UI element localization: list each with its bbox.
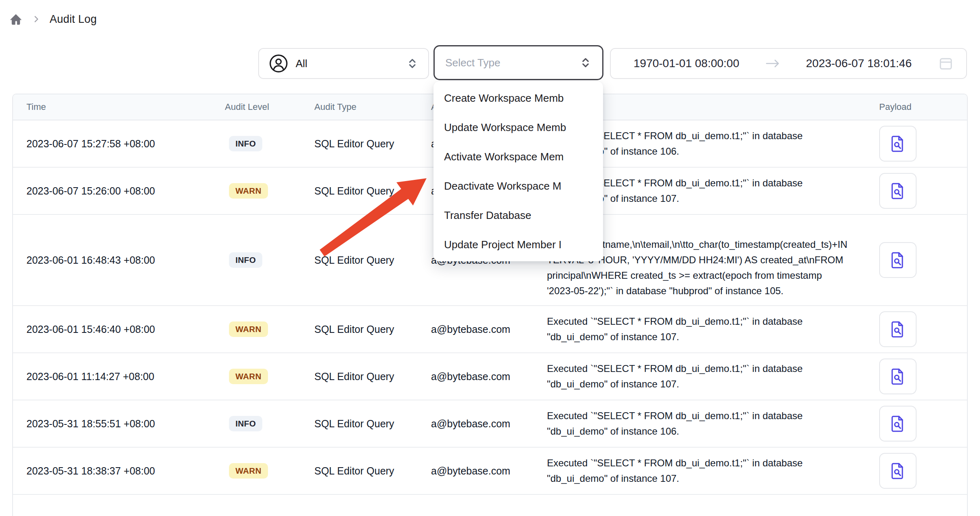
type-menu-item[interactable]: Deactivate Workspace M [433, 171, 603, 201]
person-circle-icon [269, 54, 288, 73]
column-header-type: Audit Type [314, 102, 431, 112]
audit-level-badge: INFO [229, 252, 262, 268]
column-header-payload: Payload [866, 102, 967, 112]
type-filter-select[interactable]: Select Type [433, 45, 603, 80]
audit-type-cell: SQL Editor Query [314, 465, 431, 477]
audit-type-cell: SQL Editor Query [314, 324, 431, 335]
view-payload-button[interactable] [879, 406, 917, 442]
payload-cell [866, 121, 967, 166]
audit-level-badge: WARN [229, 183, 268, 199]
comment-cell: Executed `"SELECT * FROM db_ui_demo.t1;"… [547, 402, 866, 446]
audit-type-cell: SQL Editor Query [314, 254, 431, 266]
audit-level-cell: WARN [225, 183, 314, 199]
comment-cell: Executed `"SELECT * FROM db_ui_demo.t1;"… [547, 307, 866, 351]
column-header-level: Audit Level [225, 102, 314, 112]
breadcrumb-chevron-icon [32, 15, 41, 24]
time-cell: 2023-06-01 15:46:40 +08:00 [13, 324, 225, 335]
view-payload-button[interactable] [879, 453, 917, 489]
time-cell: 2023-05-31 18:55:51 +08:00 [13, 418, 225, 430]
payload-cell [866, 168, 967, 214]
next-row-partial [13, 495, 967, 516]
comment-cell: Executed `"SELECT * FROM db_ui_demo.t1;"… [547, 354, 866, 398]
actor-filter-value: All [296, 57, 307, 70]
arrow-right-icon [765, 58, 780, 69]
type-filter-dropdown-menu: Create Workspace MembUpdate Workspace Me… [433, 81, 603, 261]
column-header-time: Time [13, 102, 225, 112]
time-cell: 2023-06-01 11:14:27 +08:00 [13, 371, 225, 383]
time-cell: 2023-06-07 15:26:00 +08:00 [13, 185, 225, 197]
type-menu-item[interactable]: Update Project Member I [433, 230, 603, 259]
time-cell: 2023-06-07 15:27:58 +08:00 [13, 138, 225, 150]
audit-level-badge: INFO [229, 136, 262, 151]
table-row: 2023-06-01 11:14:27 +08:00 WARN SQL Edit… [13, 353, 967, 400]
audit-level-cell: WARN [225, 463, 314, 479]
date-range-end[interactable]: 2023-06-07 18:01:46 [806, 57, 912, 70]
comment-cell: Executed `"SELECT * FROM db_ui_demo.t1;"… [547, 449, 866, 493]
actor-cell: a@bytebase.com [431, 465, 547, 477]
audit-level-badge: WARN [229, 463, 268, 479]
actor-cell: a@bytebase.com [431, 371, 547, 383]
audit-level-badge: WARN [229, 369, 268, 384]
audit-level-badge: WARN [229, 321, 268, 337]
type-menu-item[interactable]: Update Workspace Memb [433, 113, 603, 142]
audit-level-cell: WARN [225, 321, 314, 337]
payload-cell [866, 448, 967, 494]
breadcrumb: Audit Log [9, 11, 97, 28]
actor-cell: a@bytebase.com [431, 418, 547, 430]
view-payload-button[interactable] [879, 311, 917, 347]
audit-type-cell: SQL Editor Query [314, 185, 431, 197]
audit-level-cell: INFO [225, 136, 314, 151]
updown-chevrons-icon [406, 57, 418, 70]
audit-type-cell: SQL Editor Query [314, 418, 431, 430]
payload-cell [866, 354, 967, 399]
view-payload-button[interactable] [879, 173, 917, 209]
time-cell: 2023-05-31 18:38:37 +08:00 [13, 465, 225, 477]
home-icon[interactable] [9, 12, 23, 26]
audit-type-cell: SQL Editor Query [314, 371, 431, 383]
view-payload-button[interactable] [879, 242, 917, 278]
page-title: Audit Log [50, 13, 97, 26]
type-menu-item[interactable]: Activate Workspace Mem [433, 142, 603, 171]
audit-level-cell: WARN [225, 369, 314, 384]
audit-type-cell: SQL Editor Query [314, 138, 431, 150]
payload-cell [866, 237, 967, 283]
updown-chevrons-icon [579, 57, 592, 69]
date-range-start[interactable]: 1970-01-01 08:00:00 [634, 57, 739, 70]
audit-level-cell: INFO [225, 252, 314, 268]
actor-filter-select[interactable]: All [258, 48, 429, 79]
payload-cell [866, 401, 967, 446]
audit-level-cell: INFO [225, 416, 314, 431]
table-row: 2023-06-01 15:46:40 +08:00 WARN SQL Edit… [13, 306, 967, 353]
date-range-picker[interactable]: 1970-01-01 08:00:00 2023-06-07 18:01:46 [610, 48, 967, 79]
payload-cell [866, 306, 967, 352]
audit-level-badge: INFO [229, 416, 262, 431]
table-row: 2023-05-31 18:38:37 +08:00 WARN SQL Edit… [13, 448, 967, 495]
type-menu-item[interactable]: Transfer Database [433, 201, 603, 230]
type-filter-placeholder: Select Type [445, 57, 500, 69]
calendar-icon[interactable] [938, 55, 954, 72]
type-menu-item[interactable]: Create Workspace Memb [433, 83, 603, 113]
view-payload-button[interactable] [879, 126, 917, 162]
view-payload-button[interactable] [879, 359, 917, 394]
table-row: 2023-05-31 18:55:51 +08:00 INFO SQL Edit… [13, 400, 967, 448]
actor-cell: a@bytebase.com [431, 324, 547, 335]
time-cell: 2023-06-01 16:48:43 +08:00 [13, 254, 225, 266]
